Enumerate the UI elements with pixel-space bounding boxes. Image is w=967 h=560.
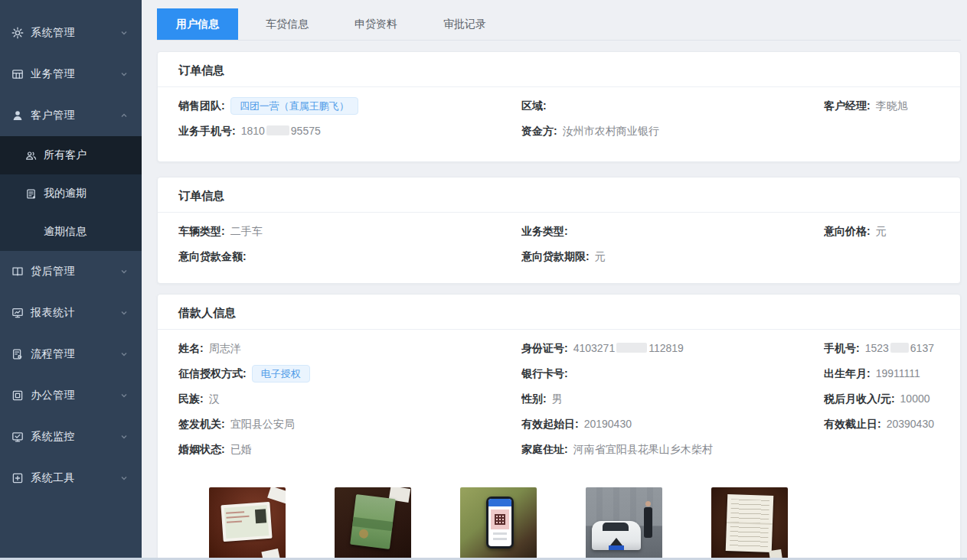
flow-icon xyxy=(11,348,24,360)
field-funding-party: 资金方:汝州市农村商业银行 xyxy=(521,125,824,138)
chevron-down-icon xyxy=(120,70,128,78)
sidebar-item-label: 流程管理 xyxy=(31,347,75,361)
field-ethnicity: 民族:汉 xyxy=(178,392,521,406)
green-booklet-photo[interactable] xyxy=(335,487,411,560)
section-title: 订单信息 xyxy=(158,52,960,87)
field-home-address: 家庭住址:河南省宜阳县花果山乡木柴村 xyxy=(521,443,824,457)
chevron-up-icon xyxy=(120,112,128,119)
chevron-down-icon xyxy=(120,350,128,358)
sidebar-item-label: 报表统计 xyxy=(31,306,75,320)
sidebar-item-overdue-info[interactable]: 逾期信息 xyxy=(0,213,142,251)
grid-icon xyxy=(11,68,24,80)
main-content: 用户信息 车贷信息 申贷资料 审批记录 订单信息 销售团队:四团一营（直属王鹏飞… xyxy=(142,0,967,560)
sidebar-item-post-loan-management[interactable]: 贷后管理 xyxy=(0,251,142,292)
sidebar-item-report-statistics[interactable]: 报表统计 xyxy=(0,292,142,334)
field-sales-team: 销售团队:四团一营（直属王鹏飞） xyxy=(178,97,521,116)
sidebar-item-label: 业务管理 xyxy=(31,67,75,81)
monitor-icon xyxy=(11,431,24,443)
field-valid-from: 有效起始日:20190430 xyxy=(521,418,824,431)
tab-user-info[interactable]: 用户信息 xyxy=(157,8,238,40)
field-credit-auth-method: 征信授权方式:电子授权 xyxy=(178,365,521,383)
id-card-photo[interactable] xyxy=(209,487,286,560)
sidebar-item-label: 系统工具 xyxy=(31,471,75,485)
chevron-down-icon xyxy=(120,433,128,441)
sidebar-item-business-management[interactable]: 业务管理 xyxy=(0,54,142,95)
sidebar-item-label: 办公管理 xyxy=(31,389,75,402)
section-title: 订单信息 xyxy=(158,177,960,213)
chevron-down-icon xyxy=(120,474,128,482)
paper-document-photo[interactable] xyxy=(711,487,788,560)
field-business-type: 业务类型: xyxy=(521,225,824,239)
book-icon xyxy=(11,265,24,278)
field-vehicle-type: 车辆类型:二手车 xyxy=(178,225,521,239)
field-marital-status: 婚姻状态:已婚 xyxy=(178,443,521,457)
sales-team-tag: 四团一营（直属王鹏飞） xyxy=(230,97,358,116)
borrower-info-card: 借款人信息 姓名:周志洋 身份证号:4103271112819 手机号:1523… xyxy=(157,294,961,560)
sidebar-item-label: 我的逾期 xyxy=(44,187,87,200)
customer-management-submenu: 所有客户 我的逾期 逾期信息 xyxy=(0,136,142,251)
sidebar-item-my-overdue[interactable]: 我的逾期 xyxy=(0,174,142,213)
field-name: 姓名:周志洋 xyxy=(178,342,521,356)
document-icon xyxy=(25,188,37,200)
chevron-down-icon xyxy=(120,268,128,275)
field-monthly-income: 税后月收入/元:10000 xyxy=(824,392,952,406)
sidebar-item-system-management[interactable]: 系统管理 xyxy=(0,12,142,54)
sidebar-item-system-tools[interactable]: 系统工具 xyxy=(0,457,142,499)
e-auth-tag: 电子授权 xyxy=(252,365,310,383)
tools-icon xyxy=(11,472,24,484)
chart-icon xyxy=(11,307,24,319)
user-icon xyxy=(11,109,24,122)
sidebar-item-label: 系统管理 xyxy=(31,26,75,40)
chevron-down-icon xyxy=(120,392,128,399)
field-region: 区域: xyxy=(521,99,824,113)
sidebar-item-all-customers[interactable]: 所有客户 xyxy=(0,136,142,174)
field-account-manager: 客户经理:李晓旭 xyxy=(824,99,952,113)
field-intended-loan-amount: 意向贷款金额: xyxy=(178,250,521,264)
redaction-blur xyxy=(890,343,909,353)
sidebar-item-label: 系统监控 xyxy=(31,430,75,444)
field-intended-price: 意向价格:元 xyxy=(824,225,952,239)
office-icon xyxy=(11,389,24,402)
sidebar-item-process-management[interactable]: 流程管理 xyxy=(0,334,142,375)
order-info-card-2: 订单信息 车辆类型:二手车 业务类型: 意向价格:元 意向贷款金额: 意向贷款期… xyxy=(157,177,961,284)
sidebar: 系统管理 业务管理 客户管理 所有客户 我的逾期 逾期信息 xyxy=(0,0,142,560)
field-bank-card-number: 银行卡号: xyxy=(521,367,824,381)
redaction-blur xyxy=(266,125,289,135)
redaction-blur xyxy=(616,343,647,353)
phone-qr-photo[interactable] xyxy=(460,487,537,560)
field-id-number: 身份证号:4103271112819 xyxy=(521,342,824,356)
field-business-phone: 业务手机号:181095575 xyxy=(178,125,521,138)
sidebar-item-label: 所有客户 xyxy=(44,148,87,162)
field-issuing-authority: 签发机关:宜阳县公安局 xyxy=(178,418,521,431)
chevron-down-icon xyxy=(120,29,128,37)
field-valid-until: 有效截止日:20390430 xyxy=(824,418,952,431)
tab-loan-application-material[interactable]: 申贷资料 xyxy=(336,8,416,40)
sidebar-item-label: 贷后管理 xyxy=(31,265,75,278)
order-info-card-1: 订单信息 销售团队:四团一营（直属王鹏飞） 区域: 客户经理:李晓旭 业务手机号… xyxy=(157,51,961,162)
sidebar-item-office-management[interactable]: 办公管理 xyxy=(0,375,142,416)
field-birth-date: 出生年月:19911111 xyxy=(824,367,952,381)
peoples-icon xyxy=(25,150,37,161)
chevron-down-icon xyxy=(120,309,128,317)
field-mobile: 手机号:15236137 xyxy=(824,342,952,356)
gear-icon xyxy=(11,27,24,39)
sidebar-item-system-monitor[interactable]: 系统监控 xyxy=(0,416,142,457)
sidebar-item-label: 逾期信息 xyxy=(44,225,87,239)
detail-tabbar: 用户信息 车贷信息 申贷资料 审批记录 xyxy=(157,9,961,41)
field-intended-loan-term: 意向贷款期限:元 xyxy=(521,250,824,264)
sidebar-item-customer-management[interactable]: 客户管理 xyxy=(0,95,142,136)
sidebar-item-label: 客户管理 xyxy=(31,109,75,122)
field-gender: 性别:男 xyxy=(521,392,824,406)
tab-car-loan-info[interactable]: 车贷信息 xyxy=(247,8,327,40)
document-photos: 身份证 驾驶证照片 授权码照片 xyxy=(158,487,960,560)
section-title: 借款人信息 xyxy=(158,295,960,330)
tab-approval-record[interactable]: 审批记录 xyxy=(425,8,505,40)
person-with-car-photo[interactable] xyxy=(586,487,662,560)
